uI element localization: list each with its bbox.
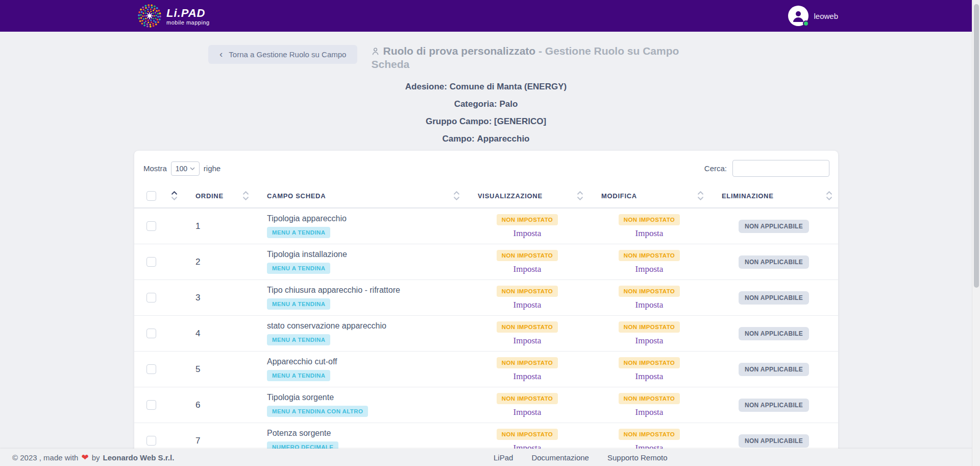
visualizzazione-imposta-link[interactable]: Imposta bbox=[513, 300, 542, 310]
sort-asc-icon bbox=[243, 191, 249, 195]
scrollbar-thumb[interactable] bbox=[974, 4, 979, 288]
field-type-badge: MENU A TENDINA bbox=[267, 334, 330, 345]
meta-campo: Campo: Apparecchio bbox=[0, 134, 972, 144]
footer-links: LiPad Documentazione Supporto Remoto bbox=[494, 453, 668, 462]
table-row: 4 stato conservazione apparecchio MENU A… bbox=[134, 316, 838, 352]
chevron-down-icon bbox=[190, 167, 195, 170]
table-header-row: ORDINE CAMPO SCHEDA VISUALIZZAZIONE MODI… bbox=[134, 184, 838, 208]
page-length-select[interactable]: 100 bbox=[171, 161, 200, 176]
campo-name: stato conservazione apparecchio bbox=[267, 321, 386, 331]
row-checkbox[interactable] bbox=[146, 257, 156, 267]
table-controls: Mostra 100 righe Cerca: bbox=[134, 151, 838, 184]
ordine-value: 7 bbox=[195, 436, 200, 446]
header-checkbox-cell bbox=[134, 184, 183, 207]
campo-name: Potenza sorgente bbox=[267, 429, 331, 438]
modifica-status-badge: NON IMPOSTATO bbox=[619, 321, 680, 333]
header-ordine[interactable]: ORDINE bbox=[183, 184, 255, 207]
row-eliminazione: NON APPLICABILE bbox=[709, 220, 838, 233]
user-menu[interactable]: leoweb bbox=[788, 6, 838, 26]
top-navbar: Li.PAD mobile mapping leoweb bbox=[0, 0, 980, 32]
online-status-dot bbox=[803, 20, 809, 27]
search-label: Cerca: bbox=[704, 164, 727, 173]
back-button[interactable]: ‹ Torna a Gestione Ruolo su Campo bbox=[208, 45, 357, 64]
modifica-imposta-link[interactable]: Imposta bbox=[635, 228, 664, 239]
row-visualizzazione: NON IMPOSTATO Imposta bbox=[465, 250, 589, 274]
ordine-value: 3 bbox=[195, 293, 200, 302]
ordine-value: 5 bbox=[195, 364, 200, 374]
header-visualizzazione[interactable]: VISUALIZZAZIONE bbox=[465, 184, 589, 207]
select-all-checkbox[interactable] bbox=[146, 191, 156, 201]
user-name: leoweb bbox=[814, 12, 838, 20]
visualizzazione-imposta-link[interactable]: Imposta bbox=[513, 371, 542, 382]
row-checkbox-cell bbox=[134, 221, 183, 231]
show-label: Mostra bbox=[143, 164, 167, 173]
eliminazione-status-badge: NON APPLICABILE bbox=[739, 291, 809, 305]
visualizzazione-imposta-link[interactable]: Imposta bbox=[513, 407, 542, 417]
page-length-control: Mostra 100 righe bbox=[143, 161, 220, 176]
logo-subtitle: mobile mapping bbox=[166, 20, 210, 26]
row-campo-scheda: Tipo chiusura apparecchio - rifrattore M… bbox=[255, 286, 465, 310]
sort-arrows[interactable] bbox=[172, 191, 177, 200]
sort-arrows[interactable] bbox=[243, 191, 249, 200]
eliminazione-status-badge: NON APPLICABILE bbox=[739, 220, 809, 233]
row-ordine: 2 bbox=[183, 257, 255, 267]
row-visualizzazione: NON IMPOSTATO Imposta bbox=[465, 393, 589, 417]
visualizzazione-imposta-link[interactable]: Imposta bbox=[513, 264, 542, 274]
rows-label: righe bbox=[204, 164, 220, 173]
row-visualizzazione: NON IMPOSTATO Imposta bbox=[465, 214, 589, 239]
logo[interactable]: Li.PAD mobile mapping bbox=[137, 3, 210, 29]
modifica-status-badge: NON IMPOSTATO bbox=[619, 393, 680, 404]
footer-link-lipad[interactable]: LiPad bbox=[494, 453, 513, 462]
logo-text: Li.PAD mobile mapping bbox=[166, 7, 210, 26]
modifica-imposta-link[interactable]: Imposta bbox=[635, 371, 664, 382]
row-modifica: NON IMPOSTATO Imposta bbox=[589, 250, 709, 274]
header-modifica[interactable]: MODIFICA bbox=[589, 184, 709, 207]
visualizzazione-status-badge: NON IMPOSTATO bbox=[497, 286, 558, 297]
row-ordine: 7 bbox=[183, 436, 255, 446]
context-meta: Adesione: Comune di Manta (ENERGY) Categ… bbox=[0, 82, 972, 144]
sort-desc-icon bbox=[826, 197, 832, 200]
row-checkbox[interactable] bbox=[146, 221, 156, 231]
row-eliminazione: NON APPLICABILE bbox=[709, 291, 838, 305]
vertical-scrollbar[interactable] bbox=[972, 0, 980, 466]
ordine-value: 4 bbox=[195, 329, 200, 338]
visualizzazione-imposta-link[interactable]: Imposta bbox=[513, 228, 542, 239]
table-row: 1 Tipologia apparecchio MENU A TENDINA N… bbox=[134, 208, 838, 244]
sort-arrows[interactable] bbox=[454, 191, 459, 200]
visualizzazione-imposta-link[interactable]: Imposta bbox=[513, 336, 542, 346]
row-checkbox[interactable] bbox=[146, 329, 156, 338]
row-ordine: 5 bbox=[183, 364, 255, 375]
sort-arrows[interactable] bbox=[826, 191, 832, 200]
visualizzazione-status-badge: NON IMPOSTATO bbox=[497, 357, 558, 368]
avatar bbox=[788, 6, 808, 26]
modifica-imposta-link[interactable]: Imposta bbox=[635, 264, 664, 274]
row-checkbox[interactable] bbox=[146, 400, 156, 410]
sort-arrows[interactable] bbox=[577, 191, 583, 200]
field-type-badge: MENU A TENDINA bbox=[267, 370, 330, 381]
header-eliminazione[interactable]: ELIMINAZIONE bbox=[709, 184, 838, 207]
row-visualizzazione: NON IMPOSTATO Imposta bbox=[465, 357, 589, 382]
search-control: Cerca: bbox=[704, 160, 829, 177]
header-campo-scheda[interactable]: CAMPO SCHEDA bbox=[255, 184, 465, 207]
row-checkbox[interactable] bbox=[146, 364, 156, 374]
search-input[interactable] bbox=[732, 160, 829, 177]
table-row: 3 Tipo chiusura apparecchio - rifrattore… bbox=[134, 280, 838, 316]
row-ordine: 6 bbox=[183, 400, 255, 410]
heart-icon: ❤ bbox=[81, 452, 88, 463]
modifica-imposta-link[interactable]: Imposta bbox=[635, 300, 664, 310]
row-checkbox[interactable] bbox=[146, 293, 156, 302]
footer-link-documentazione[interactable]: Documentazione bbox=[531, 453, 589, 462]
modifica-imposta-link[interactable]: Imposta bbox=[635, 407, 664, 417]
field-type-badge: MENU A TENDINA bbox=[267, 263, 330, 274]
ordine-value: 6 bbox=[195, 400, 200, 410]
footer-link-supporto-remoto[interactable]: Supporto Remoto bbox=[607, 453, 668, 462]
modifica-imposta-link[interactable]: Imposta bbox=[635, 336, 664, 346]
sort-arrows[interactable] bbox=[698, 191, 703, 200]
row-eliminazione: NON APPLICABILE bbox=[709, 255, 838, 269]
row-campo-scheda: Tipologia sorgente MENU A TENDINA CON AL… bbox=[255, 393, 465, 417]
row-checkbox[interactable] bbox=[146, 436, 156, 446]
copyright: © 2023 , made with ❤ by Leonardo Web S.r… bbox=[12, 452, 174, 463]
row-campo-scheda: Apparecchio cut-off MENU A TENDINA bbox=[255, 357, 465, 381]
modifica-status-badge: NON IMPOSTATO bbox=[619, 357, 680, 368]
row-modifica: NON IMPOSTATO Imposta bbox=[589, 393, 709, 417]
